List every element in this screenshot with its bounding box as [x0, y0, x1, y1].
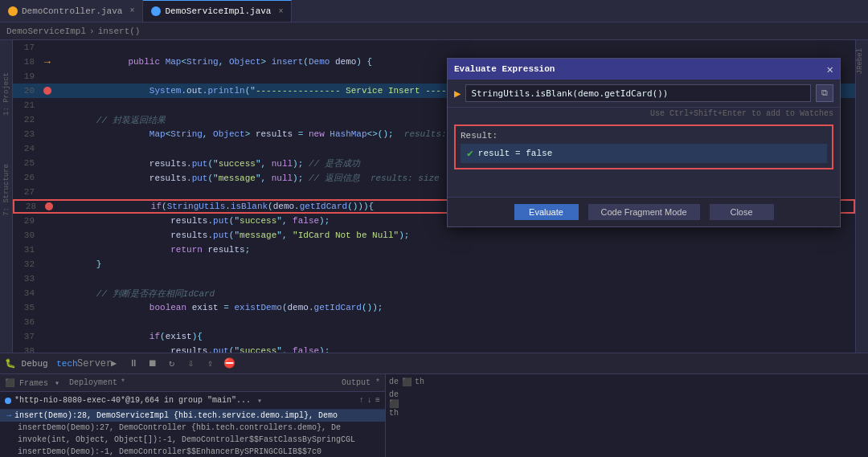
- tab-close-controller[interactable]: ×: [129, 6, 134, 15]
- debug-btn-restart[interactable]: ↻: [165, 357, 179, 371]
- eval-close-button[interactable]: Close: [710, 204, 774, 220]
- code-line-31: 31 return results;: [13, 243, 855, 257]
- eval-expression-input[interactable]: [465, 84, 811, 102]
- side-label-project: 1: Project: [2, 72, 10, 116]
- frame-label-2: invoke(int, Object, Object[]):-1, DemoCo…: [18, 435, 355, 444]
- eval-input-row: ▶ ⧉: [448, 80, 840, 108]
- thread-dropdown[interactable]: ▾: [257, 396, 262, 406]
- frame-label-3: insertDemo(Demo):-1, DemoController$$Enh…: [18, 447, 321, 456]
- breakpoint-20: [43, 87, 51, 95]
- tab-label-service: DemoServiceImpl.java: [165, 6, 271, 16]
- debug-toolbar: 🐛 Debug tech Server ▶ ⏸ ⏹ ↻ ⇩ ⇪ ⛔: [0, 353, 868, 374]
- thread-label: *http-nio-8080-exec-40*@19,664 in group …: [14, 396, 251, 405]
- frame-item-1[interactable]: insertDemo(Demo):27, DemoController {hbi…: [0, 422, 385, 434]
- eval-dialog-title: Evaluate Expression: [454, 64, 555, 74]
- debug-btn-step-over[interactable]: ⇩: [184, 357, 199, 371]
- tab-label-controller: DemoController.java: [22, 6, 122, 16]
- frame-label-1: insertDemo(Demo):27, DemoController {hbi…: [18, 423, 341, 432]
- output-label: Output *: [342, 378, 380, 387]
- frames-header: ⬛ Frames ▾ Deployment * Output *: [0, 374, 385, 392]
- code-line-32: 32 }: [13, 257, 855, 271]
- thread-filter-icon[interactable]: ≡: [375, 396, 380, 405]
- debug-btn-resume[interactable]: ▶: [107, 357, 121, 371]
- eval-hint: Use Ctrl+Shift+Enter to add to Watches: [448, 108, 840, 121]
- debug-btn-mute[interactable]: ⛔: [223, 357, 237, 371]
- eval-code-fragment-button[interactable]: Code Fragment Mode: [588, 204, 700, 220]
- eval-dialog-header: Evaluate Expression ✕: [448, 59, 840, 80]
- frame-thread[interactable]: *http-nio-8080-exec-40*@19,664 in group …: [0, 392, 385, 410]
- debug-arrow: →: [44, 56, 51, 68]
- right-label-rebel: JRebel: [856, 48, 864, 74]
- left-side-labels: 1: Project 7: Structure: [0, 40, 13, 353]
- breadcrumb: DemoServiceImpl › insert(): [0, 22, 868, 40]
- thread-btn-2[interactable]: ↓: [367, 396, 372, 405]
- result-check-icon: ✔: [467, 147, 473, 160]
- eval-footer: Evaluate Code Fragment Mode Close: [448, 197, 840, 226]
- debug-title: 🐛 Debug tech: [5, 358, 78, 369]
- debug-btn-step-into[interactable]: ⇪: [203, 357, 218, 371]
- eval-result-text: result = false: [478, 149, 552, 158]
- output-content: de ⬛ th: [389, 390, 865, 418]
- code-editor[interactable]: 17 18 → public Map<String, Object> inser…: [13, 40, 855, 353]
- frame-label-0: insert(Demo):28, DemoServiceImpl {hbi.te…: [14, 411, 338, 420]
- tab-demoserviceimpl[interactable]: DemoServiceImpl.java ×: [143, 0, 292, 22]
- frame-active-icon: →: [6, 411, 11, 420]
- debug-tech-label: tech: [56, 359, 77, 369]
- debug-btn-pause[interactable]: ⏸: [126, 357, 141, 371]
- breadcrumb-separator: ›: [89, 27, 95, 36]
- eval-dialog-close[interactable]: ✕: [827, 63, 833, 76]
- frames-label: ⬛ Frames: [5, 378, 48, 388]
- output-btn-1[interactable]: de: [389, 377, 399, 387]
- eval-arrow-icon: ▶: [454, 87, 461, 100]
- tab-icon-service: [151, 6, 161, 16]
- tab-close-service[interactable]: ×: [278, 7, 283, 16]
- frames-panel: ⬛ Frames ▾ Deployment * Output * *http-n…: [0, 374, 386, 457]
- code-line-35: 35 boolean exist = existDemo(demo.getIdC…: [13, 300, 855, 315]
- breadcrumb-item-1[interactable]: DemoServiceImpl: [6, 27, 86, 36]
- breadcrumb-item-2[interactable]: insert(): [98, 27, 141, 36]
- side-label-structure: 7: Structure: [2, 164, 10, 216]
- eval-evaluate-button[interactable]: Evaluate: [514, 204, 579, 220]
- frames-list: → insert(Demo):28, DemoServiceImpl {hbi.…: [0, 410, 385, 457]
- output-panel: de ⬛ th de ⬛ th: [386, 374, 868, 457]
- frame-item-0[interactable]: → insert(Demo):28, DemoServiceImpl {hbi.…: [0, 410, 385, 422]
- output-toolbar: de ⬛ th: [389, 377, 865, 387]
- tab-democontroller[interactable]: DemoController.java ×: [0, 0, 143, 22]
- debug-panel: 🐛 Debug tech Server ▶ ⏸ ⏹ ↻ ⇩ ⇪ ⛔ ⬛ Fram…: [0, 353, 868, 457]
- eval-dialog: Evaluate Expression ✕ ▶ ⧉ Use Ctrl+Shift…: [447, 58, 841, 227]
- debug-server-label: Server: [88, 357, 102, 371]
- breakpoint-28: [45, 202, 53, 210]
- debug-bug-icon: 🐛: [5, 359, 16, 369]
- eval-result-label: Result:: [461, 131, 827, 141]
- frame-item-3[interactable]: insertDemo(Demo):-1, DemoController$$Enh…: [0, 446, 385, 457]
- output-btn-2[interactable]: ⬛: [402, 377, 411, 387]
- thread-status-icon: [5, 398, 11, 404]
- code-line-33: 33: [13, 271, 855, 286]
- deployment-label: Deployment: [69, 378, 117, 387]
- tab-bar: DemoController.java × DemoServiceImpl.ja…: [0, 0, 868, 22]
- eval-copy-button[interactable]: ⧉: [816, 84, 833, 102]
- tab-icon-controller: [8, 6, 18, 16]
- debug-btn-stop[interactable]: ⏹: [145, 357, 160, 371]
- output-btn-3[interactable]: th: [415, 377, 424, 387]
- eval-result-value: ✔ result = false: [461, 144, 827, 163]
- frame-item-2[interactable]: invoke(int, Object, Object[]):-1, DemoCo…: [0, 434, 385, 446]
- thread-btn-1[interactable]: ↑: [359, 396, 364, 405]
- debug-content: ⬛ Frames ▾ Deployment * Output * *http-n…: [0, 374, 868, 457]
- right-edge-panel: JRebel: [855, 40, 868, 353]
